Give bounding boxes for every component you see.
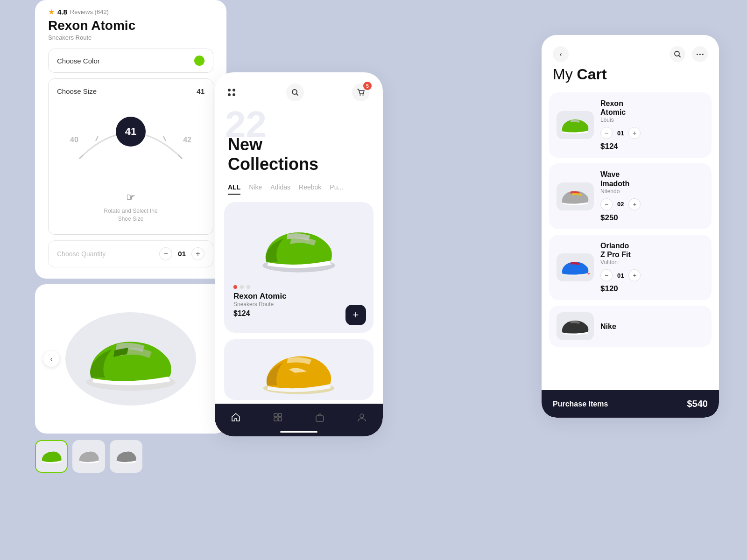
size-current: 41 [197, 87, 204, 95]
svg-line-4 [178, 155, 182, 159]
product-detail-card: ★ 4.8 Reviews (642) Rexon Atomic Sneaker… [35, 0, 226, 279]
nav-home-button[interactable] [231, 412, 241, 425]
cart-shoe-4-svg [558, 315, 592, 338]
cart-item-2-controls: − 02 + [600, 198, 704, 210]
cart-item-2-name: WaveImadoth [600, 170, 704, 188]
rating-row: ★ 4.8 Reviews (642) [48, 7, 213, 16]
qty-value: 01 [178, 250, 186, 258]
cart-button[interactable]: 5 [352, 84, 370, 101]
color-picker[interactable]: Choose Color [48, 49, 213, 73]
svg-rect-16 [316, 416, 324, 421]
nav-profile-button[interactable] [357, 412, 367, 425]
dot-3 [247, 285, 250, 289]
thumb-shoe-icon-3 [114, 448, 138, 464]
nav-indicator-bar [280, 431, 317, 433]
qty-label: Choose Quantity [57, 250, 106, 258]
home-icon [231, 412, 241, 422]
cart-item-3-image [557, 253, 594, 281]
cart-item-1-price: $124 [600, 142, 704, 151]
item-2-plus-button[interactable]: + [628, 198, 641, 210]
thumb-shoe-icon [40, 448, 63, 464]
cart-item-1-controls: − 01 + [600, 127, 704, 139]
featured-product-card: Rexon Atomic Sneakers Route $124 + [224, 202, 374, 333]
cart-back-button[interactable]: ‹ [553, 46, 569, 62]
shoe-illustration [79, 326, 182, 392]
collections-header: 5 [215, 72, 383, 107]
reviews-text: Reviews (642) [70, 8, 109, 15]
item-1-plus-button[interactable]: + [628, 127, 641, 139]
menu-dots-icon[interactable] [228, 89, 238, 96]
item-1-qty: 01 [617, 130, 624, 137]
svg-line-0 [79, 155, 83, 159]
cart-more-button[interactable]: ⋯ [692, 46, 708, 62]
cart-item-2-info: WaveImadoth Nitendo − 02 + $250 [600, 170, 704, 222]
item-3-minus-button[interactable]: − [600, 269, 613, 281]
svg-line-1 [96, 136, 98, 141]
add-to-cart-button[interactable]: + [345, 305, 366, 325]
cart-item-1-image [557, 111, 594, 139]
cart-item-3-brand: Vultton [600, 259, 704, 266]
purchase-bar[interactable]: Purchase Items $540 [542, 390, 719, 418]
svg-rect-12 [274, 413, 277, 417]
profile-icon [357, 412, 367, 422]
item-2-minus-button[interactable]: − [600, 198, 613, 210]
qty-minus-button[interactable]: − [159, 247, 172, 260]
svg-rect-15 [278, 418, 282, 421]
secondary-shoe-svg [252, 344, 345, 395]
cart-badge: 5 [363, 82, 372, 90]
cart-item-3-info: OrlandoZ Pro Fit Vultton − 01 + $120 [600, 241, 704, 294]
shoe-background [65, 312, 196, 406]
cart-item-4-info: Nike [600, 322, 704, 331]
item-3-qty: 01 [617, 272, 624, 279]
hand-icon: ☞ [57, 191, 204, 203]
collections-panel: 22 5 New Collections ALL Nike [215, 72, 383, 436]
item-1-minus-button[interactable]: − [600, 127, 613, 139]
more-dots-icon: ⋯ [696, 49, 705, 59]
dial-num-left: 40 [70, 136, 78, 144]
shoe-card-back-button[interactable]: ‹ [43, 351, 59, 367]
product-card-price: $124 [233, 309, 364, 318]
card-carousel-dots [233, 285, 364, 289]
cart-item-4-name: Nike [600, 322, 704, 331]
color-picker-label: Choose Color [57, 57, 100, 65]
cart-item-3: OrlandoZ Pro Fit Vultton − 01 + $120 [549, 235, 712, 300]
product-title: Rexon Atomic [48, 18, 213, 33]
thumbnail-row [35, 440, 226, 473]
cart-item-1-name: RexonAtomic [600, 99, 704, 117]
svg-line-3 [163, 136, 166, 141]
search-icon [291, 89, 299, 96]
purchase-label: Purchase Items [553, 400, 608, 408]
dial-center-button[interactable]: 41 [116, 117, 146, 147]
nav-grid-button[interactable] [273, 412, 283, 425]
thumbnail-3[interactable] [110, 440, 142, 473]
tab-adidas[interactable]: Adidas [270, 183, 290, 195]
cart-search-button[interactable] [669, 46, 685, 62]
qty-plus-button[interactable]: + [191, 247, 204, 260]
tab-all[interactable]: ALL [228, 183, 240, 195]
cart-item-3-controls: − 01 + [600, 269, 704, 281]
size-dial[interactable]: 40 41 42 [70, 103, 191, 177]
cart-header: ‹ ⋯ [542, 35, 719, 66]
dot-1 [233, 285, 237, 289]
rating-value: 4.8 [57, 8, 67, 16]
product-shoe-svg [257, 218, 341, 274]
cart-item-1: RexonAtomic Louis − 01 + $124 [549, 92, 712, 158]
size-picker: Choose Size 41 40 41 42 [48, 78, 213, 235]
color-dot [194, 56, 204, 66]
purchase-total: $540 [687, 399, 708, 409]
tab-pu[interactable]: Pu... [330, 183, 343, 195]
nav-bag-button[interactable] [315, 412, 325, 425]
tab-nike[interactable]: Nike [249, 183, 262, 195]
cart-item-3-price: $120 [600, 284, 704, 294]
thumbnail-2[interactable] [72, 440, 105, 473]
item-2-qty: 02 [617, 201, 624, 208]
cart-item-4-image [557, 312, 594, 340]
cart-panel: ‹ ⋯ My Cart RexonAtomic L [542, 35, 719, 418]
product-image-area [233, 211, 364, 281]
svg-point-9 [362, 94, 364, 96]
item-3-plus-button[interactable]: + [628, 269, 641, 281]
tab-reebok[interactable]: Reebok [299, 183, 321, 195]
cart-item-2-price: $250 [600, 213, 704, 223]
search-button[interactable] [286, 84, 304, 101]
thumbnail-1[interactable] [35, 440, 68, 473]
